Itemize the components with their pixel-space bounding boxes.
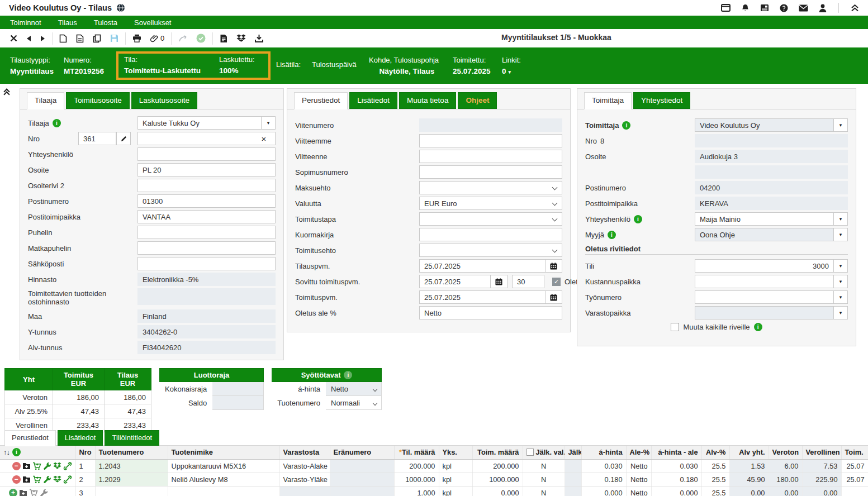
collapse-panels-icon[interactable] bbox=[4, 89, 9, 95]
col-a-hinta[interactable]: á-hinta bbox=[581, 446, 626, 459]
send-icon[interactable] bbox=[178, 35, 187, 42]
caret-down-icon[interactable]: ▾ bbox=[833, 307, 847, 319]
delivterm-select[interactable] bbox=[419, 244, 562, 257]
col-verollinen[interactable]: Verollinen bbox=[802, 446, 841, 459]
contact-input[interactable] bbox=[137, 147, 276, 161]
sort-icons[interactable]: ↑↓ bbox=[3, 448, 10, 456]
caret-down-icon[interactable]: ▾ bbox=[261, 117, 275, 129]
unlink-icon[interactable] bbox=[63, 475, 72, 484]
copy-row-icon[interactable] bbox=[22, 462, 31, 470]
info-icon[interactable] bbox=[608, 231, 616, 239]
caret-down-icon[interactable]: ▾ bbox=[833, 260, 847, 272]
costcenter-dropdown[interactable]: ▾ bbox=[695, 275, 848, 288]
customer-nro-input[interactable]: 361 bbox=[78, 132, 116, 145]
dropbox-icon[interactable] bbox=[236, 34, 246, 42]
zip-input[interactable]: 01300 bbox=[137, 194, 276, 208]
wrench-icon[interactable] bbox=[43, 462, 51, 470]
change-all-rows-checkbox[interactable] bbox=[671, 323, 679, 331]
col-alv[interactable]: Alv-% bbox=[701, 446, 729, 459]
menu-tulosta[interactable]: Tulosta bbox=[94, 18, 134, 27]
tab-lines-lisatiedot[interactable]: Lisätiedot bbox=[58, 430, 103, 446]
col-varastosta[interactable]: Varastosta bbox=[279, 446, 330, 459]
supplier-contact-dropdown[interactable]: Maija Mainio▾ bbox=[695, 212, 848, 226]
payterm-select[interactable] bbox=[419, 181, 562, 194]
ourref-input[interactable] bbox=[419, 134, 562, 147]
add-row-icon[interactable] bbox=[9, 489, 17, 496]
customer-search-input[interactable]: × bbox=[137, 132, 276, 145]
window-restore-icon[interactable] bbox=[721, 4, 731, 12]
col-a-hinta-ale[interactable]: á-hinta - ale bbox=[651, 446, 701, 459]
col-tuotenumero[interactable]: Tuotenumero bbox=[95, 446, 168, 459]
copy-row-icon[interactable] bbox=[19, 489, 27, 496]
wrench-icon[interactable] bbox=[43, 475, 51, 484]
address-input[interactable]: PL 20 bbox=[137, 163, 276, 177]
document-lines-icon[interactable] bbox=[76, 34, 84, 43]
mail-icon[interactable] bbox=[799, 4, 808, 12]
worknumber-dropdown[interactable]: ▾ bbox=[695, 290, 848, 304]
approve-check-icon[interactable] bbox=[196, 34, 206, 43]
calendar-icon[interactable] bbox=[546, 259, 562, 273]
menu-sovellukset[interactable]: Sovellukset bbox=[134, 18, 188, 27]
tab-perustiedot[interactable]: Perustiedot bbox=[294, 92, 348, 109]
col-nro[interactable]: Nro bbox=[75, 446, 95, 459]
col-alv-yht[interactable]: Alv yht. bbox=[729, 446, 769, 459]
col-veroton[interactable]: Veroton bbox=[769, 446, 802, 459]
mobile-input[interactable] bbox=[137, 241, 276, 255]
tab-toimittaja[interactable]: Toimittaja bbox=[584, 92, 632, 109]
caret-down-icon[interactable]: ▾ bbox=[833, 228, 847, 241]
product-number-cell[interactable] bbox=[95, 486, 168, 496]
address2-input[interactable] bbox=[137, 179, 276, 192]
tab-toimitusosoite[interactable]: Toimitusosoite bbox=[66, 92, 130, 109]
next-record-icon[interactable] bbox=[40, 35, 45, 42]
previous-record-icon[interactable] bbox=[26, 35, 31, 42]
copy-icon[interactable] bbox=[93, 34, 101, 43]
info-icon[interactable] bbox=[754, 323, 762, 331]
caret-down-icon[interactable]: ▾ bbox=[833, 275, 847, 288]
col-jalk-val[interactable]: Jälk. val. bbox=[523, 446, 565, 459]
print-icon[interactable] bbox=[132, 34, 141, 42]
col-jalk[interactable]: Jälk. bbox=[565, 446, 581, 459]
help-icon[interactable] bbox=[780, 4, 788, 12]
email-input[interactable] bbox=[137, 257, 276, 270]
calendar-icon[interactable] bbox=[491, 275, 507, 288]
tab-muuta-tietoa[interactable]: Muuta tietoa bbox=[399, 92, 456, 109]
city-input[interactable]: VANTAA bbox=[137, 210, 276, 223]
cart-plus-icon[interactable] bbox=[32, 462, 41, 470]
tab-yhteystiedot[interactable]: Yhteystiedot bbox=[633, 92, 690, 109]
calendar-icon[interactable] bbox=[546, 290, 562, 304]
product-number-cell[interactable]: 1.2043 bbox=[95, 459, 168, 473]
yourref-input[interactable] bbox=[419, 150, 562, 163]
delivdate-input[interactable]: 25.07.2025 bbox=[419, 290, 546, 304]
contract-input[interactable] bbox=[419, 165, 562, 179]
dropbox-icon[interactable] bbox=[53, 475, 61, 483]
currency-select[interactable]: EUR Euro bbox=[419, 197, 562, 210]
registry-card-icon[interactable] bbox=[760, 4, 769, 12]
unlink-icon[interactable] bbox=[63, 462, 72, 470]
col-eranumero[interactable]: Eränumero bbox=[330, 446, 394, 459]
notifications-bell-icon[interactable] bbox=[741, 4, 750, 12]
invoice-document-icon[interactable] bbox=[220, 34, 227, 43]
copy-row-icon[interactable] bbox=[22, 475, 31, 483]
product-number-mode-select[interactable]: Normaali bbox=[326, 396, 382, 410]
supplier-dropdown[interactable]: Video Koulutus Oy▾ bbox=[695, 118, 848, 132]
info-icon[interactable] bbox=[344, 371, 352, 379]
agreeddate-input[interactable]: 25.07.2025 bbox=[419, 275, 491, 288]
col-toim[interactable]: Toim. bbox=[841, 446, 868, 459]
new-document-icon[interactable] bbox=[59, 34, 67, 43]
info-icon[interactable] bbox=[53, 119, 61, 127]
seller-dropdown[interactable]: Oona Ohje▾ bbox=[695, 228, 848, 241]
dropbox-icon[interactable] bbox=[53, 462, 61, 470]
shipmethod-select[interactable] bbox=[419, 212, 562, 226]
account-dropdown[interactable]: 3000▾ bbox=[695, 259, 848, 273]
edit-pencil-button[interactable] bbox=[116, 132, 131, 145]
links-dropdown[interactable]: 0▾ bbox=[502, 67, 521, 75]
tab-lisatiedot[interactable]: Lisätiedot bbox=[349, 92, 397, 109]
default-date-checkbox[interactable] bbox=[552, 278, 561, 286]
col-til-maara[interactable]: Til. määrä bbox=[394, 446, 439, 459]
tab-tilaaja[interactable]: Tilaaja bbox=[27, 92, 64, 109]
caret-down-icon[interactable]: ▾ bbox=[833, 291, 847, 303]
collapse-all-icon[interactable] bbox=[851, 4, 859, 12]
download-icon[interactable] bbox=[255, 34, 263, 42]
col-yks[interactable]: Yks. bbox=[439, 446, 472, 459]
orderdate-input[interactable]: 25.07.2025 bbox=[419, 259, 546, 273]
